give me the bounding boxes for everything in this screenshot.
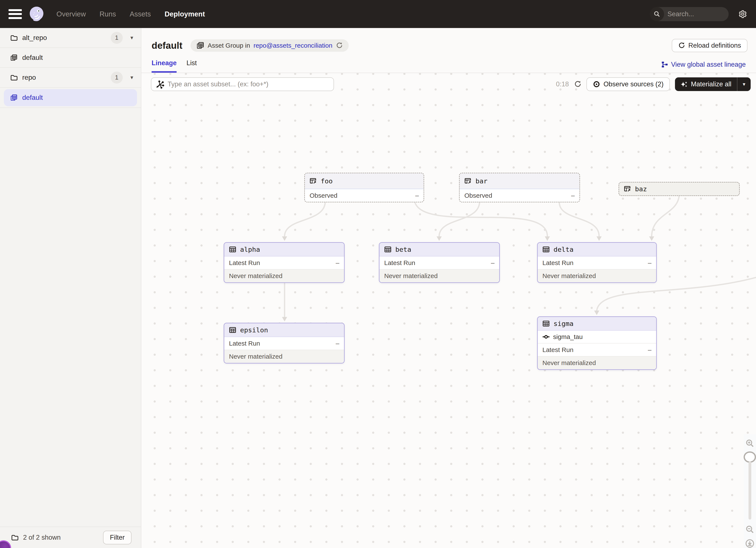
view-tabs: Lineage List View global asset lineage <box>141 59 756 73</box>
chevron-down-icon[interactable]: ▾ <box>130 34 133 41</box>
asset-subset-filter[interactable] <box>151 77 334 91</box>
top-navigation-bar: Overview Runs Assets Deployment / <box>0 0 756 28</box>
asset-node-epsilon[interactable]: epsilon Latest Run– Never materialized <box>224 323 345 363</box>
menu-icon[interactable] <box>9 9 22 19</box>
tab-lineage[interactable]: Lineage <box>152 59 177 73</box>
asset-subset-icon <box>156 80 165 89</box>
lineage-graph-icon <box>661 61 668 68</box>
reload-location-icon[interactable] <box>336 42 343 49</box>
source-asset-icon <box>624 185 631 193</box>
asset-group-icon <box>10 94 18 101</box>
asset-node-bar[interactable]: bar Observed– <box>459 173 580 203</box>
table-asset-icon <box>542 246 550 253</box>
materialization-status: Never materialized <box>224 270 344 282</box>
source-asset-icon <box>310 178 317 185</box>
asset-subset-input[interactable] <box>168 80 329 88</box>
zoom-slider-handle[interactable] <box>744 451 756 463</box>
asset-node-header[interactable]: epsilon <box>224 323 344 337</box>
reload-definitions-button[interactable]: Reload definitions <box>672 39 747 52</box>
asset-node-delta[interactable]: delta Latest Run– Never materialized <box>537 242 657 283</box>
sidebar-item-default-alt[interactable]: default <box>0 48 141 68</box>
table-asset-icon <box>229 326 236 333</box>
asset-node-header[interactable]: sigma <box>538 317 656 331</box>
asset-node-header[interactable]: delta <box>538 243 656 257</box>
asset-node-header[interactable]: baz <box>619 183 739 195</box>
sidebar-item-label: repo <box>22 74 36 81</box>
zoom-controls <box>744 434 756 548</box>
folder-icon <box>10 74 18 81</box>
zoom-slider-track[interactable] <box>749 461 751 519</box>
asset-group-badge: Asset Group in repo@assets_reconciliatio… <box>190 39 348 52</box>
materialize-all-split-button: Materialize all ▾ <box>675 77 751 91</box>
materialization-status: Never materialized <box>538 356 656 369</box>
tab-list[interactable]: List <box>186 59 197 73</box>
search-input[interactable] <box>664 10 729 18</box>
asset-name: alpha <box>240 246 260 253</box>
repo-location-link[interactable]: repo@assets_reconciliation <box>254 42 332 49</box>
refresh-icon[interactable] <box>574 81 581 88</box>
edge-foo-alpha <box>285 203 325 236</box>
sparkle-icon <box>681 81 687 87</box>
materialization-status: Never materialized <box>538 270 656 282</box>
latest-run-row: Latest Run– <box>538 343 656 356</box>
materialize-all-button[interactable]: Materialize all <box>675 77 737 91</box>
filter-button[interactable]: Filter <box>103 531 131 544</box>
asset-check-row[interactable]: sigma_tau <box>538 331 656 343</box>
badge-prefix: Asset Group in <box>208 42 250 49</box>
materialize-options-caret[interactable]: ▾ <box>737 77 751 91</box>
asset-node-foo[interactable]: foo Observed– <box>304 173 424 203</box>
view-global-asset-lineage-link[interactable]: View global asset lineage <box>661 61 746 73</box>
asset-node-header[interactable]: alpha <box>224 243 344 257</box>
lineage-edges <box>141 73 756 548</box>
nav-assets[interactable]: Assets <box>130 10 151 18</box>
folder-icon <box>10 34 18 41</box>
asset-node-baz[interactable]: baz <box>619 182 740 196</box>
asset-name: bar <box>475 177 487 185</box>
asset-name: epsilon <box>240 326 268 334</box>
asset-node-alpha[interactable]: alpha Latest Run– Never materialized <box>224 242 345 283</box>
refresh-timer: 0:18 <box>556 80 569 88</box>
global-search[interactable]: / <box>650 7 729 21</box>
observed-row: Observed– <box>460 189 579 202</box>
asset-node-header[interactable]: bar <box>460 173 579 189</box>
asset-node-sigma[interactable]: sigma sigma_tau Latest Run– Never materi… <box>537 316 657 370</box>
asset-node-beta[interactable]: beta Latest Run– Never materialized <box>379 242 500 283</box>
table-asset-icon <box>229 246 236 253</box>
sidebar-item-repo[interactable]: repo 1 ▾ <box>0 68 141 88</box>
asset-check-label: sigma_tau <box>553 333 583 340</box>
source-asset-icon <box>464 178 472 185</box>
sidebar-item-default-selected[interactable]: default <box>4 89 137 106</box>
edge-foo-delta <box>415 203 547 236</box>
sidebar-item-alt-repo[interactable]: alt_repo 1 ▾ <box>0 28 141 48</box>
folder-icon <box>11 534 18 541</box>
sidebar-item-label: default <box>22 54 43 62</box>
nav-overview[interactable]: Overview <box>56 10 86 18</box>
count-badge: 1 <box>111 32 123 44</box>
page-header: default Asset Group in repo@assets_recon… <box>141 28 756 59</box>
table-asset-icon <box>542 320 550 327</box>
download-view-icon[interactable] <box>745 539 755 548</box>
latest-run-row: Latest Run– <box>538 257 656 270</box>
sidebar-item-label: default <box>22 94 43 102</box>
dagster-logo-icon[interactable] <box>28 5 45 23</box>
asset-node-header[interactable]: beta <box>379 243 499 257</box>
lineage-canvas[interactable]: 0:18 Observe sources (2) Materialize all… <box>141 73 756 548</box>
asset-check-icon <box>542 333 550 340</box>
latest-run-row: Latest Run– <box>379 257 499 270</box>
chevron-down-icon[interactable]: ▾ <box>130 74 133 81</box>
asset-name: sigma <box>554 320 573 327</box>
page-title: default <box>152 40 182 51</box>
zoom-in-icon[interactable] <box>745 439 755 447</box>
edge-bar-delta <box>559 203 599 236</box>
asset-group-icon <box>196 42 204 49</box>
observe-sources-button[interactable]: Observe sources (2) <box>586 77 670 91</box>
settings-gear-icon[interactable] <box>738 9 747 19</box>
observe-sources-label: Observe sources (2) <box>604 80 664 88</box>
zoom-out-icon[interactable] <box>745 525 755 534</box>
nav-deployment[interactable]: Deployment <box>165 10 205 18</box>
search-icon <box>650 7 664 21</box>
canvas-actions: 0:18 Observe sources (2) Materialize all… <box>556 77 751 91</box>
asset-node-header[interactable]: foo <box>305 173 424 189</box>
shown-count-text: 2 of 2 shown <box>23 534 98 541</box>
nav-runs[interactable]: Runs <box>100 10 116 18</box>
